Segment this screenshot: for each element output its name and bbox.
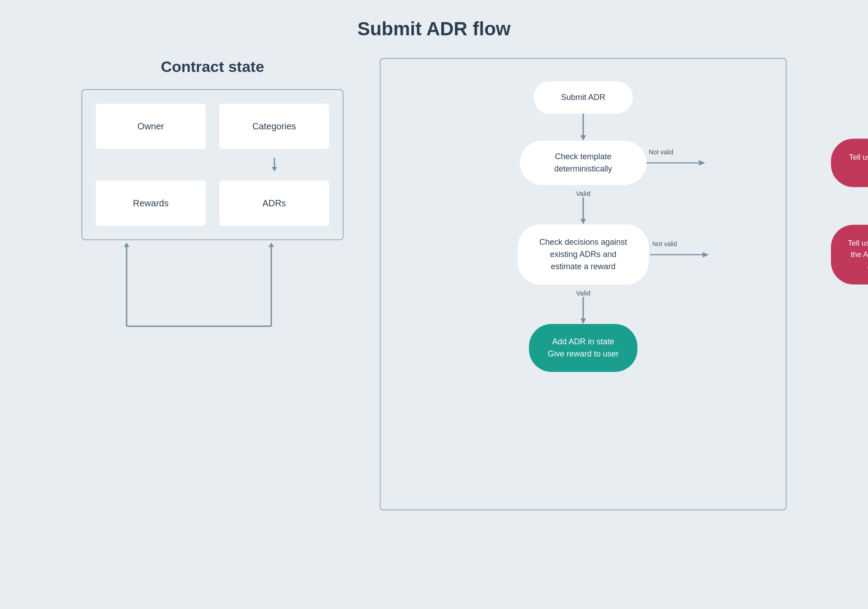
not-valid-1-arrow: Not valid bbox=[646, 158, 705, 167]
check-template-row: Check template deterministically Not val… bbox=[408, 141, 759, 185]
bottom-arrows bbox=[81, 240, 344, 331]
check-decisions-row: Check decisions against existing ADRs an… bbox=[408, 224, 759, 285]
arrow1 bbox=[579, 114, 588, 141]
svg-marker-14 bbox=[703, 252, 709, 257]
arrow2: Valid bbox=[576, 185, 590, 224]
valid-1-label: Valid bbox=[576, 190, 590, 197]
submit-adr-node: Submit ADR bbox=[533, 81, 633, 114]
flow-content: Submit ADR Check template deterministica… bbox=[408, 81, 759, 372]
contract-state-box: Owner Categories Rewards ADRs bbox=[81, 89, 344, 240]
contract-grid: Owner Categories Rewards ADRs bbox=[96, 104, 329, 226]
svg-marker-16 bbox=[580, 319, 586, 324]
svg-marker-12 bbox=[580, 219, 586, 224]
owner-node: Owner bbox=[96, 104, 206, 149]
valid-2-label: Valid bbox=[576, 289, 590, 297]
connecting-arrows-svg bbox=[81, 240, 344, 331]
contract-state-panel: Contract state Owner Categories bbox=[81, 58, 344, 331]
rewards-node: Rewards bbox=[96, 181, 206, 226]
adrs-node: ADRs bbox=[219, 181, 329, 226]
arrow3: Valid bbox=[576, 285, 590, 324]
svg-marker-1 bbox=[272, 167, 277, 171]
spacer bbox=[96, 158, 206, 171]
svg-marker-8 bbox=[580, 135, 586, 141]
add-adr-wrapper: Add ADR in state Give reward to user bbox=[529, 324, 637, 372]
check-decisions-node: Check decisions against existing ADRs an… bbox=[518, 224, 649, 285]
check-template-node: Check template deterministically bbox=[520, 141, 646, 185]
svg-marker-10 bbox=[699, 160, 705, 166]
not-valid-2-arrow: Not valid bbox=[650, 250, 709, 259]
svg-marker-4 bbox=[124, 243, 129, 247]
page-title: Submit ADR flow bbox=[0, 0, 868, 53]
svg-marker-6 bbox=[269, 243, 274, 247]
error-adr-node: Tell user reason why the ADR cannot be a… bbox=[831, 224, 868, 285]
categories-to-adrs-arrow bbox=[219, 158, 329, 171]
not-valid-2-label: Not valid bbox=[652, 240, 677, 247]
categories-node: Categories bbox=[219, 104, 329, 149]
contract-state-title: Contract state bbox=[81, 58, 344, 76]
error-template-node: Tell user template is wrong bbox=[831, 139, 868, 187]
adr-flow-panel: Submit ADR Check template deterministica… bbox=[380, 58, 787, 510]
not-valid-1-label: Not valid bbox=[649, 148, 673, 156]
submit-adr-wrapper: Submit ADR bbox=[533, 81, 633, 114]
add-adr-node: Add ADR in state Give reward to user bbox=[529, 324, 637, 372]
